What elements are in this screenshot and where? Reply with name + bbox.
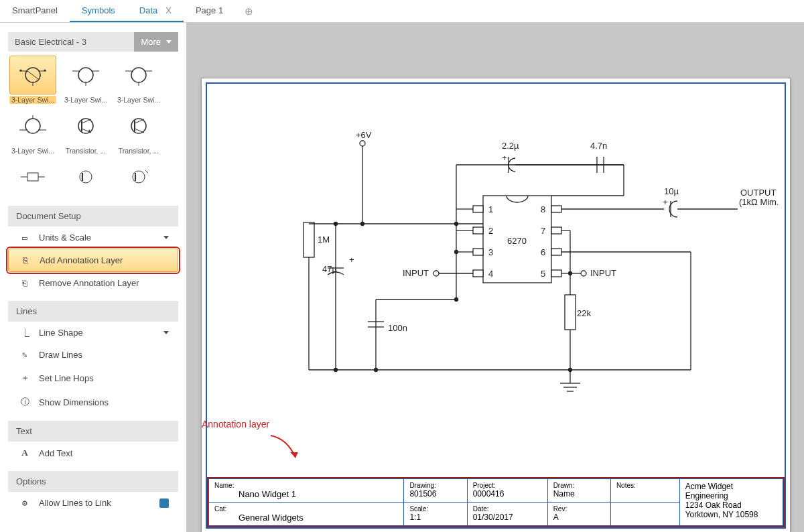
svg-point-35 <box>360 141 365 146</box>
svg-point-99 <box>569 272 572 275</box>
svg-text:22k: 22k <box>577 308 591 318</box>
chevron-down-icon <box>163 331 169 334</box>
svg-rect-27 <box>27 173 38 181</box>
shape-item[interactable] <box>62 157 113 196</box>
tab-symbols[interactable]: Symbols <box>70 0 127 22</box>
schematic-diagram: +6V 2.2µ + 4.7n 10µ + OUTPUT (1kΩ Mim.) … <box>242 129 778 423</box>
svg-point-30 <box>80 171 92 183</box>
svg-rect-57 <box>551 227 561 234</box>
tab-smartpanel[interactable]: SmartPanel <box>0 0 70 22</box>
section-text: Text <box>8 421 178 442</box>
svg-rect-58 <box>551 249 561 255</box>
svg-point-6 <box>78 68 93 82</box>
section-lines: Lines <box>8 301 178 322</box>
svg-text:4.7n: 4.7n <box>590 141 607 151</box>
title-block[interactable]: Name:Nano Widget 1 Drawing:801506 Projec… <box>207 477 785 527</box>
line-hops-row[interactable]: ＋Set Line Hops <box>8 366 178 390</box>
svg-text:INPUT: INPUT <box>590 268 616 278</box>
svg-text:10µ: 10µ <box>664 186 679 196</box>
library-dropdown[interactable]: Basic Electrical - 3 <box>8 32 134 52</box>
allow-lines-link-row[interactable]: ⚙Allow Lines to Link <box>8 492 178 514</box>
svg-text:8: 8 <box>541 204 545 214</box>
svg-line-34 <box>145 170 148 173</box>
svg-text:6270: 6270 <box>507 236 527 246</box>
remove-annotation-layer-row[interactable]: ⎗Remove Annotation Layer <box>8 272 178 294</box>
svg-text:INPUT: INPUT <box>403 268 429 278</box>
shape-item[interactable]: 3-Layer Swi... <box>62 56 113 104</box>
svg-text:100n: 100n <box>388 323 407 333</box>
line-shape-icon: ⎿ <box>17 328 32 338</box>
svg-point-93 <box>455 222 458 226</box>
svg-text:+: + <box>502 153 507 163</box>
library-more-button[interactable]: More <box>134 32 178 52</box>
shape-item[interactable]: 3-Layer Swi... <box>9 107 60 155</box>
pencil-icon: ✎ <box>17 350 32 360</box>
svg-point-91 <box>361 222 364 226</box>
shape-item[interactable]: Transistor, ... <box>115 107 165 155</box>
draw-lines-row[interactable]: ✎Draw Lines <box>8 344 178 366</box>
plus-icon: ＋ <box>17 372 32 384</box>
add-layer-icon: ⎘ <box>18 255 33 265</box>
svg-text:1: 1 <box>488 204 493 214</box>
svg-point-92 <box>334 222 338 226</box>
show-dimensions-row[interactable]: ⓘShow Dimensions <box>8 390 178 414</box>
svg-point-96 <box>334 369 338 372</box>
tab-page1[interactable]: Page 1 <box>184 0 235 22</box>
chevron-down-icon <box>163 236 169 239</box>
svg-point-98 <box>569 369 572 372</box>
svg-text:4: 4 <box>488 269 493 279</box>
units-scale-row[interactable]: ▭Units & Scale <box>8 226 178 249</box>
shape-item[interactable] <box>9 157 60 196</box>
svg-text:1M: 1M <box>318 235 330 245</box>
annotation-callout-label: Annotation layer <box>202 419 269 429</box>
add-tab-button[interactable]: ⊕ <box>235 0 263 22</box>
svg-text:2.2µ: 2.2µ <box>502 141 519 151</box>
svg-line-26 <box>135 129 144 133</box>
svg-point-18 <box>78 119 93 133</box>
svg-rect-66 <box>565 295 576 330</box>
svg-point-14 <box>25 119 40 133</box>
svg-marker-124 <box>290 452 298 458</box>
shape-item[interactable]: 3-Layer Swi... <box>115 56 165 104</box>
gear-icon: ⚙ <box>17 498 32 508</box>
annotation-arrow-icon <box>267 432 308 466</box>
svg-text:6: 6 <box>541 247 545 257</box>
shape-item[interactable]: Transistor, ... <box>62 107 113 155</box>
svg-rect-55 <box>473 270 483 277</box>
section-options: Options <box>8 471 178 492</box>
svg-rect-51 <box>473 227 483 234</box>
svg-point-23 <box>131 119 146 133</box>
line-shape-row[interactable]: ⎿Line Shape <box>8 322 178 344</box>
svg-text:+: + <box>663 197 668 207</box>
shape-item[interactable] <box>115 157 165 196</box>
svg-text:+: + <box>349 255 354 265</box>
tab-data[interactable]: DataX <box>127 0 184 22</box>
svg-text:5: 5 <box>541 269 545 279</box>
text-icon: A <box>17 448 32 458</box>
add-annotation-layer-row[interactable]: ⎘Add Annotation Layer <box>8 249 178 272</box>
svg-rect-56 <box>551 206 561 212</box>
svg-point-10 <box>131 68 146 82</box>
section-document-setup: Document Setup <box>8 206 178 226</box>
remove-layer-icon: ⎗ <box>17 278 32 288</box>
checkbox-checked[interactable] <box>159 498 169 508</box>
svg-text:47µ: 47µ <box>322 264 337 274</box>
svg-point-95 <box>455 298 458 302</box>
drawing-page[interactable]: +6V 2.2µ + 4.7n 10µ + OUTPUT (1kΩ Mim.) … <box>201 78 791 532</box>
svg-point-32 <box>133 171 145 183</box>
svg-line-25 <box>135 119 144 123</box>
sidebar: Basic Electrical - 3 More 3-Layer Swi...… <box>0 23 186 532</box>
svg-rect-80 <box>304 222 314 257</box>
close-icon[interactable]: X <box>165 5 172 15</box>
svg-rect-49 <box>473 206 483 212</box>
svg-text:2: 2 <box>488 226 493 236</box>
shape-item[interactable]: 3-Layer Swi... <box>9 56 60 104</box>
ruler-icon: ▭ <box>17 232 32 243</box>
add-text-row[interactable]: AAdd Text <box>8 442 178 464</box>
svg-point-4 <box>19 69 21 71</box>
svg-point-5 <box>44 69 46 71</box>
svg-text:7: 7 <box>541 226 545 236</box>
svg-rect-53 <box>473 249 483 255</box>
canvas-area: +6V 2.2µ + 4.7n 10µ + OUTPUT (1kΩ Mim.) … <box>186 23 804 532</box>
svg-point-60 <box>433 271 439 276</box>
